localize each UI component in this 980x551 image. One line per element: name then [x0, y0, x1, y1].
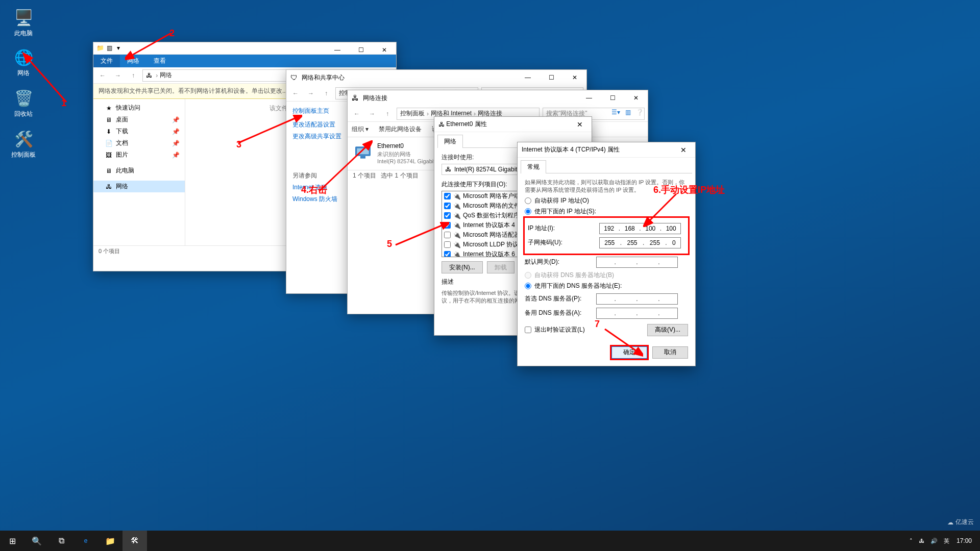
link-change-adapter[interactable]: 更改适配器设置 [292, 120, 347, 129]
close-button[interactable]: ✕ [373, 42, 396, 58]
maximize-button[interactable]: ☐ [349, 42, 373, 58]
help-button[interactable]: ❔ [636, 109, 644, 116]
nav-this-pc[interactable]: 🖥此电脑 [93, 165, 185, 177]
validate-checkbox-row[interactable]: 退出时验证设置(L) 高级(V)... [525, 324, 688, 336]
desktop-icon: 🖥 [105, 116, 113, 123]
maximize-button[interactable]: ☐ [540, 70, 563, 85]
ok-button[interactable]: 确定 [611, 346, 647, 359]
close-button[interactable]: ✕ [563, 70, 586, 85]
up-button[interactable]: ↑ [127, 69, 139, 82]
dns2-label: 备用 DNS 服务器(A): [525, 309, 596, 317]
desktop-icon-network[interactable]: 🌐 网络 [5, 47, 42, 78]
window-title: 网络和共享中心 [302, 73, 516, 82]
control-panel-side: 控制面板主页 更改适配器设置 更改高级共享设置 另请参阅 Internet 选项… [286, 102, 353, 293]
picture-icon: 🖼 [105, 152, 113, 159]
back-button[interactable]: ← [351, 108, 363, 120]
forward-button[interactable]: → [305, 87, 317, 99]
tab-view[interactable]: 查看 [146, 55, 173, 67]
taskbar: ⊞ 🔍 ⧉ e 📁 🛠 ˄ 🖧 🔊 英 17:00 [0, 531, 980, 551]
network-icon: 🖧 [146, 72, 152, 79]
gateway-label: 默认网关(D): [525, 258, 596, 266]
dns1-input[interactable]: . . . [596, 293, 678, 305]
nav-pane: ★快速访问 🖥桌面📌 ⬇下载📌 📄文档📌 🖼图片📌 🖥此电脑 🖧网络 [93, 99, 185, 245]
tab-network[interactable]: 网络 [437, 135, 463, 148]
ip-address-input[interactable]: 192.168.100.100 [599, 223, 681, 234]
back-button[interactable]: ← [289, 87, 302, 99]
radio-use-dns[interactable]: 使用下面的 DNS 服务器地址(E): [525, 282, 688, 290]
tray-network-icon[interactable]: 🖧 [916, 538, 927, 544]
qat-item[interactable]: ▾ [117, 44, 125, 53]
nav-downloads[interactable]: ⬇下载📌 [93, 126, 185, 137]
ipv4-properties-dialog: Internet 协议版本 4 (TCP/IPv4) 属性 ✕ 常规 如果网络支… [517, 142, 696, 366]
close-button[interactable]: ✕ [624, 90, 648, 106]
subnet-mask-input[interactable]: 255.255.255.0 [599, 237, 681, 248]
nav-documents[interactable]: 📄文档📌 [93, 137, 185, 149]
link-internet-options[interactable]: Internet 选项 [292, 183, 347, 192]
dns2-input[interactable]: . . . [596, 308, 678, 319]
watermark: ☁亿速云 [947, 518, 974, 527]
maximize-button[interactable]: ☐ [601, 90, 624, 106]
intro-text: 如果网络支持此功能，则可以获取自动指派的 IP 设置。否则，你需要从网络系统管理… [525, 179, 688, 194]
advanced-button[interactable]: 高级(V)... [647, 324, 688, 336]
start-button[interactable]: ⊞ [0, 531, 24, 551]
dns1-label: 首选 DNS 服务器(P): [525, 294, 596, 303]
forward-button[interactable]: → [366, 108, 378, 120]
search-button[interactable]: 🔍 [24, 531, 49, 551]
up-button[interactable]: ↑ [320, 87, 332, 99]
tab-network[interactable]: 网络 [120, 55, 146, 67]
disable-device-button[interactable]: 禁用此网络设备 [379, 125, 422, 134]
minimize-button[interactable]: — [326, 42, 349, 58]
icon-label: 控制面板 [5, 151, 42, 159]
download-icon: ⬇ [105, 128, 113, 135]
tab-general[interactable]: 常规 [521, 160, 546, 173]
tab-file[interactable]: 文件 [93, 55, 120, 67]
tray-volume-icon[interactable]: 🔊 [927, 538, 941, 544]
close-button[interactable]: ✕ [676, 146, 691, 154]
uninstall-button[interactable]: 卸载 [487, 261, 514, 273]
star-icon: ★ [105, 105, 113, 112]
link-firewall[interactable]: Windows 防火墙 [292, 195, 347, 204]
ip-address-label: IP 地址(I): [528, 224, 599, 233]
control-panel-task-button[interactable]: 🛠 [122, 531, 147, 551]
dialog-title: Ethernet0 属性 [446, 120, 572, 129]
explorer-icon: 📁 [96, 44, 105, 53]
document-icon: 📄 [105, 140, 113, 147]
desktop-icon-this-pc[interactable]: 🖥️ 此电脑 [5, 7, 42, 38]
tray-chevron-icon[interactable]: ˄ [906, 538, 916, 544]
qat-item[interactable]: ▥ [107, 44, 115, 53]
view-icons-button[interactable]: ☰▾ [611, 109, 620, 116]
radio-use-ip[interactable]: 使用下面的 IP 地址(S): [525, 207, 688, 216]
radio-auto-ip[interactable]: 自动获得 IP 地址(O) [525, 196, 688, 205]
subnet-mask-label: 子网掩码(U): [528, 238, 599, 247]
link-cp-home[interactable]: 控制面板主页 [292, 107, 347, 115]
task-view-button[interactable]: ⧉ [49, 531, 74, 551]
icon-label: 网络 [5, 69, 42, 78]
pc-icon: 🖥 [105, 167, 113, 174]
close-button[interactable]: ✕ [572, 120, 587, 129]
desktop-icon-control-panel[interactable]: 🛠️ 控制面板 [5, 129, 42, 159]
install-button[interactable]: 安装(N)... [442, 261, 483, 273]
up-button[interactable]: ↑ [381, 108, 394, 120]
organize-menu[interactable]: 组织 ▾ [352, 125, 369, 134]
cancel-button[interactable]: 取消 [652, 346, 688, 359]
desktop: 🖥️ 此电脑 🌐 网络 🗑️ 回收站 🛠️ 控制面板 📁 ▥ ▾ 文件 网络 查… [0, 0, 980, 551]
back-button[interactable]: ← [96, 69, 109, 82]
annotation-1: 1 [61, 98, 66, 109]
preview-pane-button[interactable]: ▥ [625, 109, 631, 116]
minimize-button[interactable]: — [577, 90, 601, 106]
desktop-icon-recycle[interactable]: 🗑️ 回收站 [5, 88, 42, 118]
tray-ime[interactable]: 英 [941, 537, 952, 545]
tray-clock[interactable]: 17:00 [952, 537, 976, 544]
nav-quick-access[interactable]: ★快速访问 [93, 102, 185, 114]
forward-button[interactable]: → [112, 69, 124, 82]
link-advanced-sharing[interactable]: 更改高级共享设置 [292, 132, 347, 141]
nav-network[interactable]: 🖧网络 [93, 181, 185, 192]
nav-pictures[interactable]: 🖼图片📌 [93, 149, 185, 161]
minimize-button[interactable]: — [516, 70, 540, 85]
nav-desktop[interactable]: 🖥桌面📌 [93, 114, 185, 126]
annotation-2: 2 [169, 28, 175, 39]
gateway-input[interactable]: . . . [596, 257, 678, 268]
ie-button[interactable]: e [74, 531, 98, 551]
ethernet-icon: 🖧 [438, 121, 445, 128]
file-explorer-button[interactable]: 📁 [98, 531, 122, 551]
